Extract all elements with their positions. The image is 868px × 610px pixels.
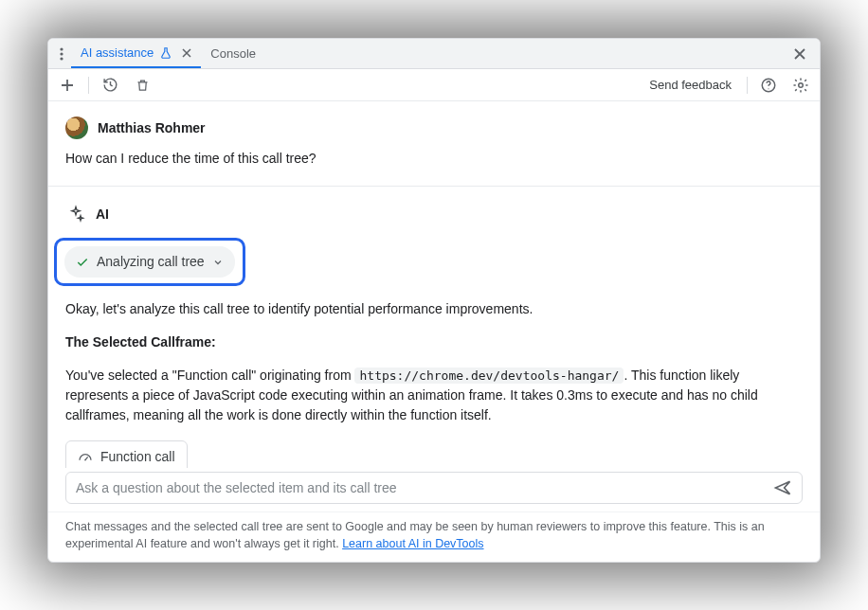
status-highlight: Analyzing call tree <box>54 238 245 286</box>
learn-more-link[interactable]: Learn about AI in DevTools <box>342 537 483 550</box>
close-tab-button[interactable] <box>182 48 191 58</box>
new-chat-button[interactable] <box>56 74 79 97</box>
ai-message: Okay, let's analyze this call tree to id… <box>65 299 803 468</box>
svg-point-6 <box>84 458 86 460</box>
close-icon <box>793 47 806 61</box>
svg-point-4 <box>768 88 769 89</box>
history-icon <box>102 77 118 93</box>
close-icon <box>182 48 191 58</box>
delete-button[interactable] <box>131 74 154 97</box>
disclaimer-footer: Chat messages and the selected call tree… <box>48 511 820 562</box>
tab-ai-assistance[interactable]: AI assistance <box>71 39 201 68</box>
tab-label: Console <box>210 46 256 61</box>
divider <box>48 186 820 187</box>
user-header: Matthias Rohmer <box>65 117 803 139</box>
code-url: https://chrome.dev/devtools-hangar/ <box>354 368 624 384</box>
send-icon <box>773 478 792 497</box>
send-button[interactable] <box>773 478 792 497</box>
flask-icon <box>159 46 172 60</box>
svg-point-1 <box>60 52 63 55</box>
help-icon <box>760 77 777 94</box>
status-label: Analyzing call tree <box>97 252 205 272</box>
close-panel-button[interactable] <box>784 47 816 61</box>
send-feedback-link[interactable]: Send feedback <box>643 78 737 92</box>
check-icon <box>76 256 89 269</box>
toolbar: Send feedback <box>48 69 820 101</box>
gear-icon <box>792 77 809 94</box>
settings-button[interactable] <box>789 74 812 97</box>
user-name: Matthias Rohmer <box>98 118 206 138</box>
svg-point-0 <box>60 47 63 50</box>
ai-label: AI <box>96 205 109 224</box>
divider <box>747 77 748 94</box>
more-tabs-button[interactable] <box>52 47 71 61</box>
kebab-icon <box>60 47 63 61</box>
ai-header: AI <box>65 204 803 224</box>
ai-paragraph: You've selected a "Function call" origin… <box>65 366 803 425</box>
user-message: How can I reduce the time of this call t… <box>65 149 803 169</box>
tab-bar: AI assistance Console <box>48 39 820 69</box>
history-button[interactable] <box>99 74 121 97</box>
function-chip-label: Function call <box>100 447 175 467</box>
sparkle-icon <box>65 204 86 224</box>
help-button[interactable] <box>757 74 780 97</box>
trash-icon <box>136 78 150 93</box>
svg-point-2 <box>60 57 63 60</box>
devtools-panel: AI assistance Console Send feedback <box>47 38 821 563</box>
chevron-down-icon <box>212 257 224 268</box>
analyzing-status-chip[interactable]: Analyzing call tree <box>64 246 235 278</box>
ai-heading: The Selected Callframe: <box>65 334 216 350</box>
chat-input[interactable] <box>76 480 766 495</box>
divider <box>88 77 89 94</box>
gauge-icon <box>78 450 93 465</box>
tab-label: AI assistance <box>81 45 154 60</box>
chat-input-row <box>65 472 803 504</box>
svg-point-5 <box>799 82 804 87</box>
avatar <box>65 117 88 139</box>
function-call-chip[interactable]: Function call <box>65 440 188 468</box>
chat-content: Matthias Rohmer How can I reduce the tim… <box>48 101 820 468</box>
tab-console[interactable]: Console <box>201 39 265 68</box>
ai-intro: Okay, let's analyze this call tree to id… <box>65 299 803 319</box>
plus-icon <box>60 78 75 93</box>
